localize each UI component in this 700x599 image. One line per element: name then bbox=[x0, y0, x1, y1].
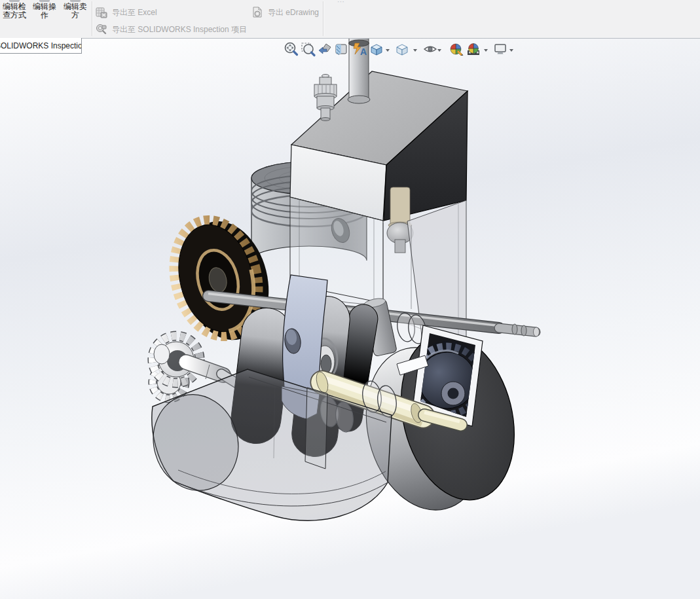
edit-operation-label-line1: 编辑操 bbox=[33, 2, 56, 11]
export-excel-label: 导出至 Excel bbox=[112, 7, 157, 18]
edit-vendor-label-line1: 编辑卖 bbox=[64, 2, 87, 11]
edit-vendor-label-line2: 方 bbox=[71, 10, 79, 20]
ribbon-separator-2 bbox=[323, 1, 324, 36]
edit-inspection-method-label-line1: 编辑检 bbox=[3, 2, 26, 11]
graphics-viewport[interactable]: A bbox=[0, 38, 700, 599]
ribbon-toolbar: 编辑检 查方式 编辑操 作 编辑卖 方 导出至 Excel 导出 eDrawin… bbox=[0, 0, 700, 39]
section-view-icon[interactable] bbox=[336, 45, 346, 55]
document-tab-label: SOLIDWORKS Inspection bbox=[0, 41, 82, 50]
export-inspection-project-item[interactable]: 导出至 SOLIDWORKS Inspection 项目 bbox=[96, 23, 247, 36]
edit-inspection-method-label-line2: 查方式 bbox=[3, 10, 26, 20]
export-edrawing-label: 导出 eDrawing bbox=[268, 7, 319, 18]
export-excel-item[interactable]: 导出至 Excel bbox=[96, 6, 157, 19]
edit-operation-label-line2: 作 bbox=[41, 10, 48, 20]
document-tab[interactable]: SOLIDWORKS Inspection bbox=[0, 38, 82, 54]
display-style-icon[interactable] bbox=[397, 45, 407, 55]
model-scene: A bbox=[0, 38, 700, 599]
ribbon-separator bbox=[92, 1, 93, 36]
view-orientation-icon[interactable] bbox=[371, 45, 382, 55]
annotation-glyph: A bbox=[360, 46, 367, 57]
edit-inspection-method-button[interactable]: 编辑检 查方式 bbox=[0, 0, 29, 37]
edit-vendor-button[interactable]: 编辑卖 方 bbox=[60, 0, 90, 37]
ribbon-overflow-indicator[interactable]: ⋯ bbox=[337, 0, 345, 6]
export-edrawing-item[interactable]: 导出 eDrawing bbox=[251, 6, 319, 19]
export-excel-icon bbox=[96, 7, 107, 18]
export-inspection-project-icon bbox=[96, 24, 107, 35]
hide-show-items-icon[interactable] bbox=[424, 46, 436, 52]
edit-operation-button[interactable]: 编辑操 作 bbox=[30, 0, 59, 37]
export-inspection-project-label: 导出至 SOLIDWORKS Inspection 项目 bbox=[112, 24, 247, 35]
export-edrawing-icon bbox=[251, 7, 263, 18]
